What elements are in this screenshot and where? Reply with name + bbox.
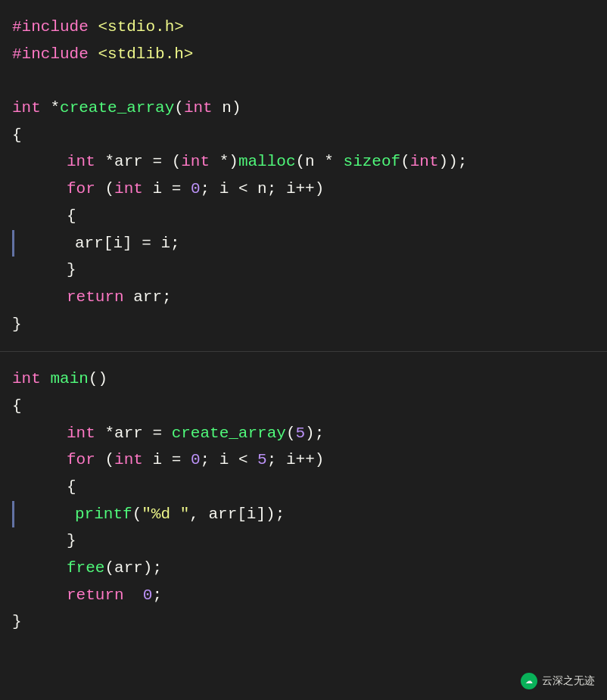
bar-indicator-2 [12,501,14,528]
line-include-1: #include <stdio.h> [12,14,595,41]
line-close-brace-1: } [12,311,595,338]
line-printf: printf("%d ", arr[i]); [12,501,595,528]
line-body-1: int *arr = (int *)malloc(n * sizeof(int)… [12,148,595,176]
line-func-sig-1: int *create_array(int n) [12,95,595,122]
line-open-brace-2: { [12,393,595,420]
line-inner-close-2: } [12,527,595,555]
wechat-icon: ☁ [521,673,537,689]
code-container: #include <stdio.h> #include <stdlib.h> i… [0,0,607,700]
line-inner-open-2: { [12,474,595,501]
line-free: free(arr); [12,555,595,582]
bar-indicator-1 [12,230,14,257]
line-include-2: #include <stdlib.h> [12,41,595,68]
line-for-2: for (int i = 0; i < 5; i++) [12,446,595,474]
line-open-brace-1: { [12,122,595,149]
line-for-1: for (int i = 0; i < n; i++) [12,176,595,203]
line-main-sig: int main() [12,366,595,393]
line-inner-close-1: } [12,257,595,284]
section-divider [0,351,607,352]
line-return-1: return arr; [12,284,595,311]
line-arr-assign: arr[i] = i; [12,230,595,257]
watermark: ☁ 云深之无迹 [521,673,595,689]
line-arr-init: int *arr = create_array(5); [12,420,595,447]
code-section-1: #include <stdio.h> #include <stdlib.h> i… [0,14,607,338]
line-return-0: return 0; [12,582,595,609]
line-close-brace-2: } [12,608,595,636]
code-section-2: int main() { int *arr = create_array(5);… [0,366,607,636]
watermark-text: 云深之无迹 [542,674,595,688]
line-blank-1 [12,67,595,95]
line-inner-open-1: { [12,203,595,230]
